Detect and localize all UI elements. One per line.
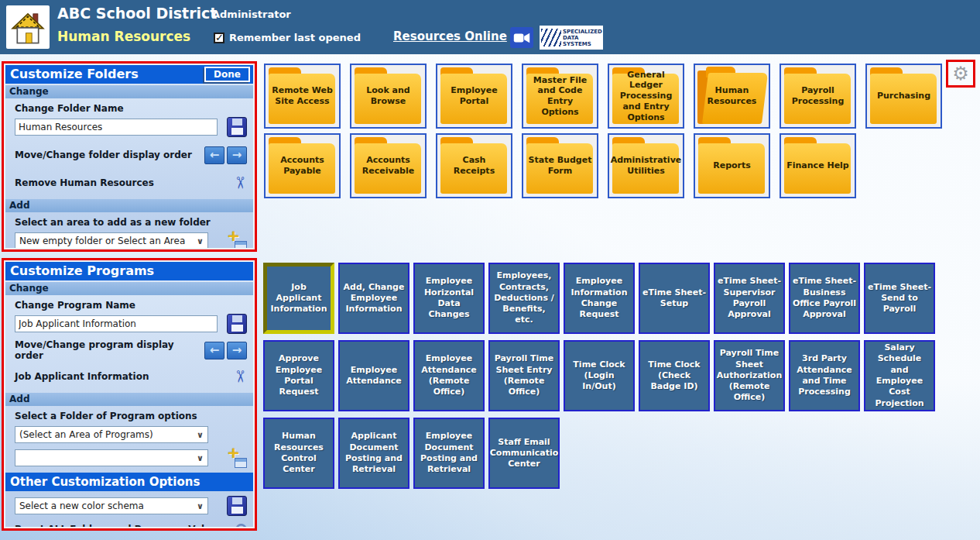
add-program-icon[interactable]: + — [226, 448, 247, 469]
programs-add-section-header: Add — [5, 393, 253, 406]
program-payroll-time-sheet-entry-remote-office[interactable]: Payroll Time Sheet Entry (Remote Office) — [488, 340, 560, 411]
folder-cash-receipts[interactable]: Cash Receipts — [436, 133, 512, 198]
home-icon[interactable] — [6, 5, 50, 49]
folder-label: Accounts Payable — [266, 135, 339, 197]
program-job-applicant-information[interactable]: Job Applicant Information — [263, 263, 334, 334]
logo-line: DATA — [563, 35, 602, 41]
folder-finance-help[interactable]: Finance Help — [780, 133, 856, 198]
district-title: ABC School District — [57, 5, 217, 22]
move-folder-right-button[interactable]: → — [227, 146, 247, 164]
program-etime-sheet-supervisor-payroll-approval[interactable]: eTime Sheet-Supervisor Payroll Approval — [714, 263, 785, 334]
reset-all-label: Reset ALL Folders and Programs Values — [15, 524, 223, 527]
move-program-right-button[interactable]: → — [227, 342, 247, 359]
logo-stripes — [541, 29, 561, 46]
change-program-name-label: Change Program Name — [15, 300, 247, 311]
add-folder-area-dropdown[interactable]: New empty folder or Select an Area ∨ — [15, 232, 208, 248]
folder-reports[interactable]: Reports — [694, 133, 770, 198]
folder-state-budget-form[interactable]: State Budget Form — [522, 133, 598, 198]
reset-undo-icon[interactable]: ↶ — [233, 520, 247, 528]
customize-folders-panel: Customize Folders Done Change Change Fol… — [2, 61, 257, 252]
folder-employee-portal[interactable]: Employee Portal — [436, 64, 512, 129]
program-name-input[interactable] — [15, 315, 218, 332]
remove-folder-scissors-icon[interactable]: ✂ — [231, 176, 249, 190]
move-folder-order-label: Move/Change folder display order — [15, 150, 192, 160]
folder-label: Reports — [695, 135, 769, 197]
save-folder-name-icon[interactable] — [227, 117, 247, 137]
program-etime-sheet-business-office-payroll-approval[interactable]: eTime Sheet-Business Office Payroll Appr… — [789, 263, 860, 334]
folder-label: Administrative Utilities — [609, 135, 683, 197]
folder-label: Master File and Code Entry Options — [523, 65, 597, 127]
program-employee-information-change-request[interactable]: Employee Information Change Request — [564, 263, 635, 334]
folder-human-resources-selected[interactable]: Human Resources — [694, 64, 770, 129]
folder-accounts-receivable[interactable]: Accounts Receivable — [350, 133, 427, 198]
folder-master-file-and-code-entry-options[interactable]: Master File and Code Entry Options — [522, 64, 598, 129]
change-folder-name-label: Change Folder Name — [15, 103, 247, 114]
program-time-clock-check-badge-id[interactable]: Time Clock (Check Badge ID) — [639, 340, 710, 411]
program-grid: Job Applicant Information Add, Change Em… — [263, 263, 944, 495]
program-payroll-time-sheet-authorization-remote-office[interactable]: Payroll Time Sheet Authorization (Remote… — [714, 340, 785, 411]
program-time-clock-login-in-out[interactable]: Time Clock (Login In/Out) — [564, 340, 635, 411]
logo-line: SPECIALIZED — [563, 29, 602, 35]
program-human-resources-control-center[interactable]: Human Resources Control Center — [263, 418, 334, 489]
programs-change-section-header: Change — [5, 282, 253, 295]
customize-gear-highlight[interactable]: ⚙ — [946, 60, 975, 88]
folder-accounts-payable[interactable]: Accounts Payable — [264, 133, 341, 198]
add-folder-icon[interactable]: + — [226, 231, 247, 249]
save-color-schema-icon[interactable] — [227, 496, 247, 516]
remove-folder-label: Remove Human Resources — [15, 177, 154, 188]
done-button[interactable]: Done — [204, 67, 250, 82]
program-row-3: Human Resources Control Center Applicant… — [263, 418, 944, 489]
remove-program-label: Job Applicant Information — [15, 371, 149, 382]
program-add-change-employee-information[interactable]: Add, Change Employee Information — [338, 263, 409, 334]
module-title: Human Resources — [57, 29, 190, 44]
folder-remote-web-site-access[interactable]: Remote Web Site Access — [264, 64, 341, 129]
folder-label: Cash Receipts — [437, 135, 511, 197]
program-employee-horizontal-data-changes[interactable]: Employee Horizontal Data Changes — [413, 263, 485, 334]
chevron-down-icon: ∨ — [197, 236, 204, 246]
program-employee-attendance-remote-office[interactable]: Employee Attendance (Remote Office) — [413, 340, 485, 411]
move-folder-left-button[interactable]: ← — [204, 146, 224, 164]
gear-icon[interactable]: ⚙ — [952, 63, 969, 84]
remove-program-scissors-icon[interactable]: ✂ — [231, 370, 249, 384]
folders-add-section-header: Add — [5, 199, 253, 212]
resources-online-link[interactable]: Resources Online — [393, 29, 507, 43]
color-schema-dropdown[interactable]: Select a new color schema ∨ — [15, 497, 208, 514]
chevron-down-icon: ∨ — [197, 501, 204, 511]
program-approve-employee-portal-request[interactable]: Approve Employee Portal Request — [263, 340, 334, 411]
video-camera-icon[interactable] — [510, 27, 533, 48]
program-etime-sheet-send-to-payroll[interactable]: eTime Sheet-Send to Payroll — [864, 263, 935, 334]
program-salary-schedule-and-employee-cost-projection[interactable]: Salary Schedule and Employee Cost Projec… — [864, 340, 935, 411]
folder-general-ledger-processing-and-entry-options[interactable]: General Ledger Processing and Entry Opti… — [608, 64, 684, 129]
folder-administrative-utilities[interactable]: Administrative Utilities — [608, 133, 684, 198]
program-applicant-document-posting-and-retrieval[interactable]: Applicant Document Posting and Retrieval — [338, 418, 409, 489]
folder-label: Accounts Receivable — [351, 135, 425, 197]
other-customization-options-title: Other Customization Options — [5, 473, 253, 491]
customize-programs-title-text: Customize Programs — [10, 263, 154, 278]
program-staff-email-communication-center[interactable]: Staff Email Communicatio Center — [488, 418, 560, 489]
logo-text: SPECIALIZED DATA SYSTEMS — [563, 29, 602, 47]
folder-name-input[interactable] — [15, 119, 218, 136]
folder-purchasing[interactable]: Purchasing — [865, 64, 942, 129]
program-etime-sheet-setup[interactable]: eTime Sheet-Setup — [639, 263, 710, 334]
add-folder-area-dropdown-value: New empty folder or Select an Area — [19, 236, 185, 246]
folder-look-and-browse[interactable]: Look and Browse — [350, 64, 427, 129]
save-program-name-icon[interactable] — [227, 314, 247, 334]
select-program-folder-label: Select a Folder of Program options — [15, 411, 247, 421]
program-employee-attendance[interactable]: Employee Attendance — [338, 340, 409, 411]
program-3rd-party-attendance-and-time-processing[interactable]: 3rd Party Attendance and Time Processing — [789, 340, 860, 411]
remember-last-opened-group: ✓ Remember last opened — [214, 32, 361, 43]
program-employees-contracts-deductions-benefits[interactable]: Employees, Contracts, Deductions / Benef… — [488, 263, 560, 334]
remember-checkbox[interactable]: ✓ — [214, 33, 224, 43]
camera-glyph — [513, 32, 530, 44]
program-select-dropdown[interactable]: ∨ — [15, 449, 208, 466]
move-program-left-button[interactable]: ← — [204, 342, 224, 359]
folder-payroll-processing[interactable]: Payroll Processing — [780, 64, 856, 129]
folder-label: State Budget Form — [523, 135, 597, 197]
folder-label: General Ledger Processing and Entry Opti… — [609, 65, 683, 127]
application-window: ABC School District Administrator Human … — [0, 0, 980, 540]
folder-label: Finance Help — [781, 135, 855, 197]
program-employee-document-posting-and-retrieval[interactable]: Employee Document Posting and Retrieval — [413, 418, 485, 489]
program-area-dropdown[interactable]: (Select an Area of Programs) ∨ — [15, 426, 208, 443]
logo-line: SYSTEMS — [563, 41, 602, 47]
top-header-bar: ABC School District Administrator Human … — [0, 0, 980, 54]
